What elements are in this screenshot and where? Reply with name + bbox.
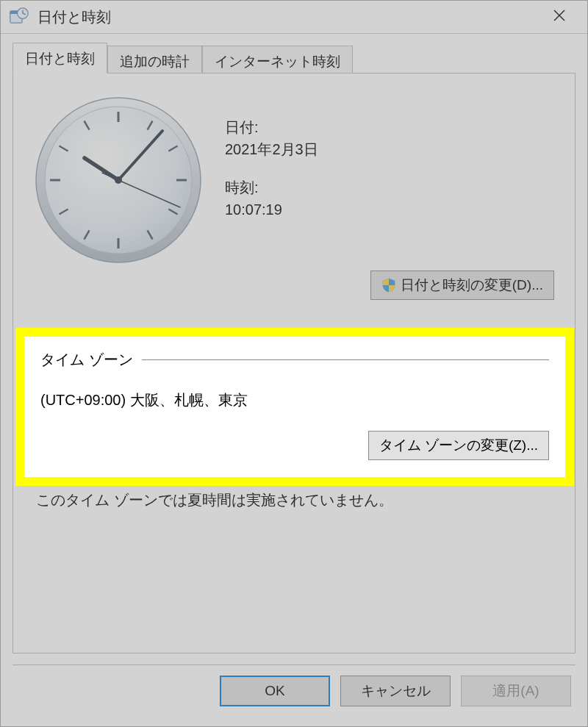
close-icon bbox=[553, 10, 565, 25]
datetime-info: 日付: 2021年2月3日 時刻: 10:07:19 bbox=[225, 96, 318, 237]
dst-note: このタイム ゾーンでは夏時間は実施されていません。 bbox=[36, 490, 393, 510]
datetime-settings-window: 日付と時刻 日付と時刻 追加の時計 インターネット時刻 bbox=[0, 0, 588, 727]
tab-strip: 日付と時刻 追加の時計 インターネット時刻 bbox=[1, 34, 587, 74]
date-label: 日付: bbox=[225, 116, 318, 138]
timezone-group-header: タイム ゾーン bbox=[40, 350, 549, 370]
change-timezone-button[interactable]: タイム ゾーンの変更(Z)... bbox=[368, 431, 549, 460]
change-datetime-label: 日付と時刻の変更(D)... bbox=[401, 276, 543, 295]
change-datetime-row: 日付と時刻の変更(D)... bbox=[34, 271, 554, 300]
apply-label: 適用(A) bbox=[492, 681, 539, 701]
apply-button[interactable]: 適用(A) bbox=[461, 676, 571, 706]
date-value: 2021年2月3日 bbox=[225, 138, 318, 160]
clock-calendar-icon bbox=[10, 7, 29, 26]
dialog-button-bar: OK キャンセル 適用(A) bbox=[12, 665, 576, 716]
change-datetime-button[interactable]: 日付と時刻の変更(D)... bbox=[370, 271, 554, 300]
change-timezone-row: タイム ゾーンの変更(Z)... bbox=[40, 431, 549, 460]
close-button[interactable] bbox=[537, 1, 581, 34]
change-timezone-label: タイム ゾーンの変更(Z)... bbox=[379, 436, 538, 455]
window-title: 日付と時刻 bbox=[37, 7, 537, 27]
timezone-group-title: タイム ゾーン bbox=[40, 350, 133, 370]
group-divider bbox=[142, 359, 549, 360]
svg-point-25 bbox=[115, 176, 122, 184]
ok-label: OK bbox=[265, 683, 284, 699]
timezone-value: (UTC+09:00) 大阪、札幌、東京 bbox=[40, 390, 549, 410]
ok-button[interactable]: OK bbox=[220, 676, 330, 706]
tab-additional-clocks[interactable]: 追加の時計 bbox=[107, 46, 202, 74]
tab-datetime[interactable]: 日付と時刻 bbox=[12, 43, 107, 74]
time-value: 10:07:19 bbox=[225, 198, 318, 221]
cancel-button[interactable]: キャンセル bbox=[340, 676, 451, 706]
datetime-row: 日付: 2021年2月3日 時刻: 10:07:19 bbox=[34, 96, 554, 265]
titlebar: 日付と時刻 bbox=[1, 1, 587, 34]
uac-shield-icon bbox=[381, 278, 396, 293]
cancel-label: キャンセル bbox=[361, 681, 431, 701]
timezone-group-highlight: タイム ゾーン (UTC+09:00) 大阪、札幌、東京 タイム ゾーンの変更(… bbox=[15, 328, 574, 486]
time-label: 時刻: bbox=[225, 176, 318, 198]
analog-clock bbox=[34, 96, 203, 265]
tab-internet-time[interactable]: インターネット時刻 bbox=[202, 46, 353, 74]
